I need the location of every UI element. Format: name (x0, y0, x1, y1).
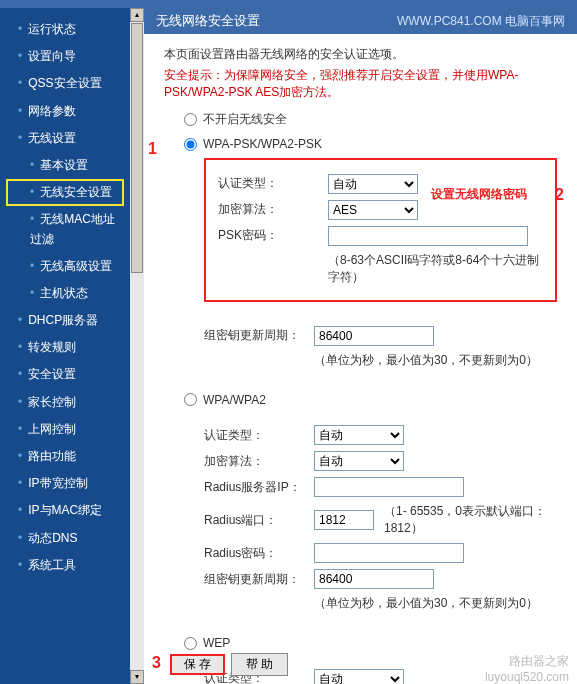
auth-type-label: 认证类型： (218, 175, 318, 192)
gk-label: 组密钥更新周期： (204, 327, 304, 344)
radio-wpa[interactable] (184, 393, 197, 406)
nav-system-tools[interactable]: 系统工具 (0, 552, 130, 579)
wpa-enc-label: 加密算法： (204, 453, 304, 470)
radio-wpa-psk[interactable] (184, 138, 197, 151)
button-bar: 保 存 帮 助 (170, 653, 288, 676)
gk-hint: （单位为秒，最小值为30，不更新则为0） (314, 352, 538, 369)
nav-ip-mac[interactable]: IP与MAC绑定 (0, 497, 130, 524)
annotation-3: 3 (152, 654, 161, 672)
header: 无线网络安全设置 WWW.PC841.COM 电脑百事网 (144, 8, 577, 34)
auth-type-select[interactable]: 自动 (328, 174, 418, 194)
nav-dhcp[interactable]: DHCP服务器 (0, 307, 130, 334)
radio-wep-label[interactable]: WEP (184, 636, 230, 650)
psk-note: 设置无线网络密码 (431, 186, 527, 203)
nav-ddns[interactable]: 动态DNS (0, 525, 130, 552)
sidebar-scrollbar[interactable]: ▴ ▾ (130, 8, 144, 684)
wpa-psk-box: 设置无线网络密码 认证类型： 自动 加密算法： AES PSK密码： （8-63… (204, 158, 557, 302)
radio-wep[interactable] (184, 637, 197, 650)
radius-pw-input[interactable] (314, 543, 464, 563)
radius-port-label: Radius端口： (204, 512, 304, 529)
radio-wpa-psk-label[interactable]: WPA-PSK/WPA2-PSK (184, 137, 322, 151)
page-title: 无线网络安全设置 (156, 12, 260, 30)
nav-security[interactable]: 安全设置 (0, 361, 130, 388)
sidebar: 运行状态 设置向导 QSS安全设置 网络参数 无线设置 基本设置 无线安全设置 … (0, 8, 130, 684)
radio-none[interactable] (184, 113, 197, 126)
intro-text: 本页面设置路由器无线网络的安全认证选项。 (164, 46, 557, 63)
nav-advanced[interactable]: 无线高级设置 (0, 253, 130, 280)
help-button[interactable]: 帮 助 (231, 653, 288, 676)
gk2-label: 组密钥更新周期： (204, 571, 304, 588)
wep-auth-select[interactable]: 自动 (314, 669, 404, 685)
gk2-input[interactable] (314, 569, 434, 589)
psk-hint: （8-63个ASCII码字符或8-64个十六进制字符） (328, 252, 543, 286)
nav-forward[interactable]: 转发规则 (0, 334, 130, 361)
wpa-auth-label: 认证类型： (204, 427, 304, 444)
enc-algo-label: 加密算法： (218, 201, 318, 218)
radio-wpa-text: WPA/WPA2 (203, 393, 266, 407)
nav-host-status[interactable]: 主机状态 (0, 280, 130, 307)
enc-algo-select[interactable]: AES (328, 200, 418, 220)
annotation-1: 1 (148, 140, 157, 158)
nav-qss[interactable]: QSS安全设置 (0, 70, 130, 97)
radius-ip-label: Radius服务器IP： (204, 479, 304, 496)
nav-wireless-security[interactable]: 无线安全设置 (6, 179, 124, 206)
wpa-auth-select[interactable]: 自动 (314, 425, 404, 445)
nav-running-status[interactable]: 运行状态 (0, 16, 130, 43)
radius-port-hint: （1- 65535，0表示默认端口：1812） (384, 503, 557, 537)
radio-none-text: 不开启无线安全 (203, 111, 287, 128)
nav-parental[interactable]: 家长控制 (0, 389, 130, 416)
wpa-enc-select[interactable]: 自动 (314, 451, 404, 471)
radio-wep-text: WEP (203, 636, 230, 650)
nav-routing[interactable]: 路由功能 (0, 443, 130, 470)
nav-setup-wizard[interactable]: 设置向导 (0, 43, 130, 70)
radius-pw-label: Radius密码： (204, 545, 304, 562)
nav-mac-filter[interactable]: 无线MAC地址过滤 (0, 206, 130, 252)
watermark-header: WWW.PC841.COM 电脑百事网 (397, 13, 565, 30)
nav-access-control[interactable]: 上网控制 (0, 416, 130, 443)
nav-basic-settings[interactable]: 基本设置 (0, 152, 130, 179)
nav-wireless[interactable]: 无线设置 (0, 125, 130, 152)
footer-watermark: 路由器之家 luyouqi520.com (485, 653, 569, 684)
radio-wpa-label[interactable]: WPA/WPA2 (184, 393, 266, 407)
gk2-hint: （单位为秒，最小值为30，不更新则为0） (314, 595, 538, 612)
nav-network-params[interactable]: 网络参数 (0, 98, 130, 125)
radius-ip-input[interactable] (314, 477, 464, 497)
psk-input[interactable] (328, 226, 528, 246)
radio-none-label[interactable]: 不开启无线安全 (184, 111, 287, 128)
radius-port-input[interactable] (314, 510, 374, 530)
scroll-up-icon[interactable]: ▴ (130, 8, 144, 22)
nav-bandwidth[interactable]: IP带宽控制 (0, 470, 130, 497)
scroll-thumb[interactable] (131, 23, 143, 273)
scroll-down-icon[interactable]: ▾ (130, 670, 144, 684)
gk-input[interactable] (314, 326, 434, 346)
psk-label: PSK密码： (218, 227, 318, 244)
radio-wpa-psk-text: WPA-PSK/WPA2-PSK (203, 137, 322, 151)
security-tip: 安全提示：为保障网络安全，强烈推荐开启安全设置，并使用WPA-PSK/WPA2-… (164, 67, 557, 101)
save-button[interactable]: 保 存 (170, 654, 225, 675)
annotation-2: 2 (555, 186, 564, 204)
main-panel: 无线网络安全设置 WWW.PC841.COM 电脑百事网 本页面设置路由器无线网… (144, 8, 577, 684)
